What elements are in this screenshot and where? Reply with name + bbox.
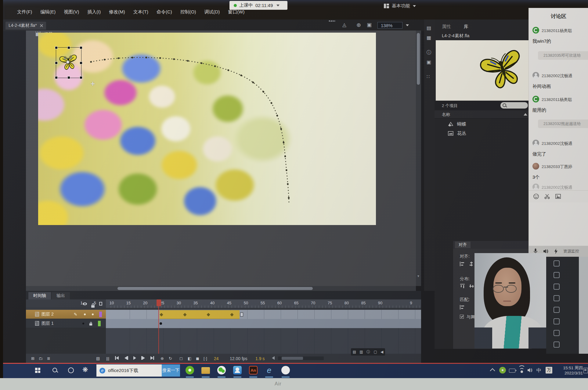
selection-handle[interactable] bbox=[80, 62, 82, 64]
align-center-icon[interactable] bbox=[469, 262, 474, 266]
match-width-icon[interactable] bbox=[460, 305, 465, 309]
ime-indicator[interactable]: 中 bbox=[536, 367, 541, 374]
cortana-icon[interactable] bbox=[68, 367, 74, 373]
horizontal-scrollbar[interactable] bbox=[26, 286, 416, 291]
vertical-scrollbar[interactable]: ▼ bbox=[416, 30, 421, 286]
ime-icon[interactable]: 万 bbox=[546, 367, 552, 374]
tray-expand-icon[interactable] bbox=[490, 368, 495, 374]
play-icon[interactable] bbox=[133, 356, 136, 361]
frame-rate-value[interactable]: 12.00 fps bbox=[230, 356, 247, 361]
menu-modify[interactable]: 修改(M) bbox=[109, 9, 125, 15]
layer2-frames[interactable] bbox=[106, 310, 421, 319]
window-icon[interactable]: ▥ bbox=[359, 350, 363, 354]
new-folder-icon[interactable]: 🗀 bbox=[39, 356, 43, 361]
close-icon[interactable] bbox=[40, 24, 43, 27]
layer1-frames[interactable] bbox=[106, 319, 421, 328]
chat-input[interactable] bbox=[529, 202, 588, 246]
layer-depth-icon[interactable]: ||| bbox=[106, 356, 109, 361]
selection-box[interactable] bbox=[56, 47, 81, 78]
menu-commands[interactable]: 命令(C) bbox=[157, 9, 172, 15]
taskbar-search-field[interactable]: e office2016下载 bbox=[96, 364, 162, 377]
pen-tool-icon[interactable] bbox=[554, 295, 560, 301]
menu-debug[interactable]: 调试(D) bbox=[204, 9, 220, 15]
last-frame-icon[interactable] bbox=[150, 356, 154, 361]
volume-icon[interactable] bbox=[527, 368, 533, 373]
tab-library[interactable]: 库 bbox=[464, 24, 468, 30]
chat-bubble-app-icon[interactable] bbox=[281, 366, 290, 374]
library-item-flowers[interactable]: 花丛 bbox=[435, 129, 532, 138]
clock[interactable]: 15:51 周四 2022/3/31 bbox=[555, 365, 583, 376]
layer1-visible-dot[interactable] bbox=[82, 323, 84, 324]
text-tool-icon[interactable] bbox=[554, 330, 560, 336]
center-frame-icon[interactable]: ⊕ bbox=[161, 356, 164, 361]
app-blue-icon[interactable] bbox=[233, 366, 242, 374]
tray-app-icon[interactable] bbox=[499, 367, 506, 374]
selection-handle[interactable] bbox=[55, 76, 58, 79]
center-stage-icon[interactable]: ⊕ bbox=[356, 22, 361, 28]
keyframe-diamond[interactable] bbox=[207, 313, 210, 316]
shape-tool-icon[interactable] bbox=[554, 318, 560, 324]
info-icon[interactable]: ⓘ bbox=[366, 349, 370, 355]
zoom-level-input[interactable]: 138% bbox=[377, 22, 402, 29]
scroll-down-icon[interactable]: ▼ bbox=[417, 274, 420, 278]
align-left-icon[interactable] bbox=[460, 262, 465, 266]
teacher-webcam-video[interactable] bbox=[474, 253, 546, 349]
resource-monitor-label[interactable]: 资源监控 bbox=[563, 249, 579, 254]
camera-panel-icon[interactable]: ▤ bbox=[427, 25, 431, 31]
tab-timeline[interactable]: 时间轴 bbox=[28, 292, 51, 299]
loop-icon[interactable]: ↻ bbox=[169, 356, 172, 361]
new-layer-icon[interactable]: ⊞ bbox=[31, 356, 34, 361]
taskbar-search-icon[interactable] bbox=[52, 368, 57, 372]
wechat-icon[interactable] bbox=[217, 366, 226, 374]
wifi-icon[interactable] bbox=[519, 368, 525, 373]
zoom-dropdown-icon[interactable] bbox=[406, 24, 409, 26]
workspace-switcher[interactable]: 基本功能 bbox=[384, 3, 416, 9]
onion-outline-icon[interactable]: ◧ bbox=[188, 356, 191, 361]
layer2-unlock-dot[interactable] bbox=[92, 313, 94, 315]
search-go-button[interactable]: 搜索一下 bbox=[162, 364, 180, 377]
timeline-scrollbar[interactable] bbox=[278, 356, 324, 360]
transform-point[interactable] bbox=[66, 60, 70, 64]
prev-frame-icon[interactable] bbox=[124, 356, 128, 361]
camera-icon[interactable]: ▤ bbox=[96, 356, 100, 361]
playhead-marker[interactable] bbox=[157, 299, 161, 306]
notification-center-icon[interactable] bbox=[583, 368, 588, 373]
library-name-header[interactable]: 名称 bbox=[435, 110, 532, 119]
tab-align[interactable]: 对齐 bbox=[455, 242, 471, 248]
layer1-lock-icon[interactable] bbox=[89, 323, 92, 325]
onion-skin-icon[interactable]: ◻ bbox=[179, 356, 183, 361]
eraser-tool-icon[interactable] bbox=[554, 307, 560, 313]
layer1-name-cell[interactable]: 图层 1 bbox=[26, 319, 106, 328]
menu-file[interactable]: 文件(F) bbox=[17, 9, 32, 15]
sort-arrow-icon[interactable] bbox=[524, 113, 527, 116]
lock-column-lock-icon[interactable] bbox=[91, 305, 95, 308]
library-item-butterfly[interactable]: 蝴蝶 bbox=[435, 120, 532, 129]
board-icon[interactable]: ▤ bbox=[353, 350, 356, 354]
empty-keyframe[interactable] bbox=[240, 313, 243, 317]
layer2-name-cell[interactable]: 图层 2 ✎ bbox=[26, 310, 106, 319]
grid-panel-icon[interactable]: ▦ bbox=[427, 35, 431, 41]
menu-control[interactable]: 控制(O) bbox=[180, 9, 196, 15]
selection-handle[interactable] bbox=[67, 46, 70, 49]
start-button-icon[interactable] bbox=[35, 368, 40, 373]
document-tab[interactable]: L4-2-4素材.fla* bbox=[5, 22, 46, 30]
modify-markers-icon[interactable]: [·] bbox=[204, 356, 207, 361]
collapse-left-icon[interactable]: ◀ bbox=[381, 350, 383, 354]
keyframe-dot[interactable] bbox=[160, 322, 162, 325]
emoji-icon[interactable] bbox=[533, 193, 539, 199]
library-document-select[interactable]: L4-2-4素材.fla bbox=[442, 33, 469, 39]
menu-edit[interactable]: 编辑(E) bbox=[40, 9, 56, 15]
layer-row-2[interactable]: 图层 2 ✎ bbox=[26, 310, 421, 319]
edit-symbols-icon[interactable]: ◬ bbox=[342, 22, 346, 28]
selection-handle[interactable] bbox=[67, 76, 70, 79]
undo-tool-icon[interactable] bbox=[554, 342, 560, 348]
menu-window[interactable]: 窗口(W) bbox=[228, 9, 244, 15]
stage-viewport[interactable]: 场景 1 bbox=[26, 30, 416, 286]
keyframe-diamond[interactable] bbox=[160, 313, 163, 316]
keyframe-diamond[interactable] bbox=[183, 313, 186, 316]
distribute-center-icon[interactable] bbox=[469, 284, 474, 289]
frame-icon[interactable]: ▢ bbox=[373, 350, 377, 354]
selection-handle[interactable] bbox=[80, 46, 82, 49]
timeline-scroll-left-icon[interactable] bbox=[272, 356, 275, 361]
adobe-animate-icon[interactable]: An bbox=[249, 366, 258, 374]
